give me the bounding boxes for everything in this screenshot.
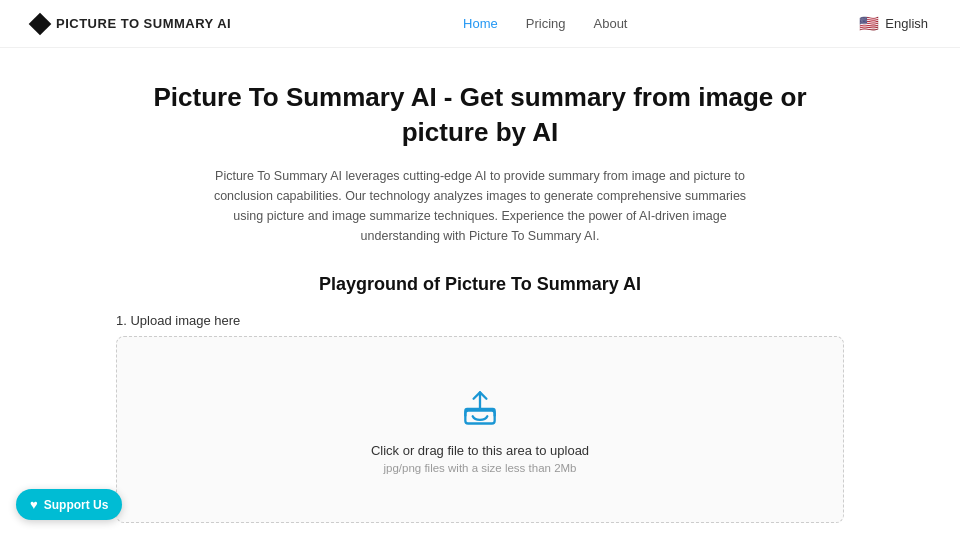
upload-icon [458,385,502,429]
nav-links: Home Pricing About [463,16,627,31]
upload-dropzone[interactable]: Click or drag file to this area to uploa… [116,336,844,523]
nav-link-home[interactable]: Home [463,16,498,31]
hero-subtitle: Picture To Summary AI leverages cutting-… [200,166,760,246]
main-content: Picture To Summary AI - Get summary from… [100,48,860,540]
upload-click-text: Click or drag file to this area to uploa… [371,443,589,458]
nav-link-pricing[interactable]: Pricing [526,16,566,31]
logo-diamond-icon [29,12,52,35]
support-button[interactable]: ♥ Support Us [16,489,122,520]
upload-section-label: 1. Upload image here [116,313,844,328]
language-selector[interactable]: 🇺🇸 English [859,14,928,33]
nav-logo-text: PICTURE TO SUMMARY AI [56,16,231,31]
support-label: Support Us [44,498,109,512]
heart-icon: ♥ [30,497,38,512]
hero-title: Picture To Summary AI - Get summary from… [116,80,844,150]
svg-rect-0 [465,411,494,424]
playground-heading: Playground of Picture To Summary AI [116,274,844,295]
nav-logo: PICTURE TO SUMMARY AI [32,16,231,32]
navbar: PICTURE TO SUMMARY AI Home Pricing About… [0,0,960,48]
flag-icon: 🇺🇸 [859,14,879,33]
language-label: English [885,16,928,31]
upload-hint: jpg/png files with a size less than 2Mb [383,462,576,474]
nav-link-about[interactable]: About [594,16,628,31]
